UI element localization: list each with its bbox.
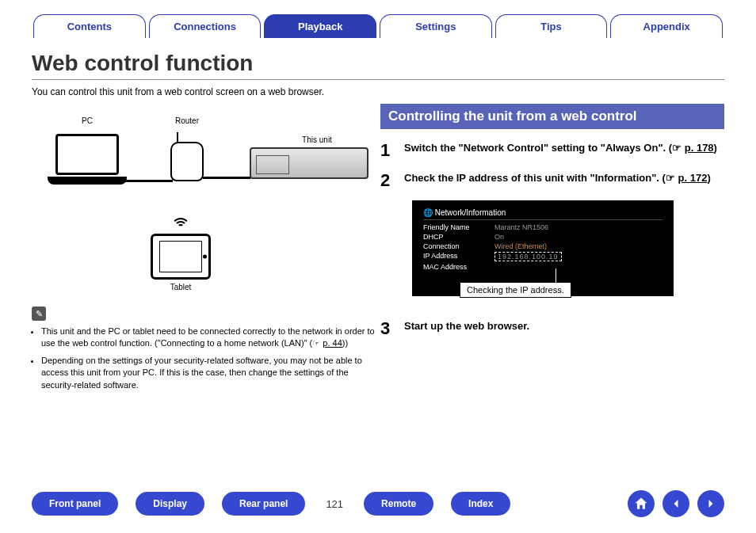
next-icon[interactable] bbox=[697, 490, 724, 517]
note-bullet-2: Depending on the settings of your securi… bbox=[41, 355, 380, 391]
link-p44[interactable]: p. 44 bbox=[323, 338, 342, 348]
tab-appendix[interactable]: Appendix bbox=[610, 14, 723, 38]
step-3: 3 Start up the web browser. bbox=[380, 318, 724, 339]
note-icon: ✎ bbox=[32, 306, 46, 321]
tab-playback[interactable]: Playback bbox=[264, 14, 376, 38]
note-bullets: This unit and the PC or tablet need to b… bbox=[41, 326, 380, 391]
info-panel-title: 🌐 Network/Information bbox=[423, 208, 662, 220]
btn-display[interactable]: Display bbox=[136, 492, 204, 516]
tab-contents[interactable]: Contents bbox=[33, 14, 146, 38]
page-number: 121 bbox=[326, 498, 343, 510]
link-p178[interactable]: p. 178 bbox=[685, 142, 714, 154]
ip-callout: Checking the IP address. bbox=[460, 282, 571, 298]
tablet-icon bbox=[151, 234, 211, 280]
section-header: Controlling the unit from a web control bbox=[380, 104, 724, 129]
unit-icon bbox=[250, 147, 368, 179]
router-icon bbox=[170, 134, 204, 181]
tablet-group: Tablet bbox=[151, 215, 211, 291]
tab-connections[interactable]: Connections bbox=[149, 14, 262, 38]
btn-rear-panel[interactable]: Rear panel bbox=[222, 492, 305, 516]
btn-remote[interactable]: Remote bbox=[364, 492, 433, 516]
tab-tips[interactable]: Tips bbox=[495, 14, 608, 38]
wifi-icon bbox=[170, 215, 192, 230]
link-p172[interactable]: p. 172 bbox=[678, 172, 708, 184]
btn-index[interactable]: Index bbox=[451, 492, 510, 516]
home-icon[interactable] bbox=[628, 490, 655, 517]
pc-label: PC bbox=[71, 116, 103, 125]
step-2: 2 Check the IP address of this unit with… bbox=[380, 170, 724, 191]
connection-diagram: PC Router This unit Tablet bbox=[32, 112, 380, 302]
info-panel: 🌐 Network/Information Friendly NameMaran… bbox=[412, 200, 674, 296]
tab-settings[interactable]: Settings bbox=[380, 14, 492, 38]
note-bullet-1: This unit and the PC or tablet need to b… bbox=[41, 326, 380, 350]
wire-router-unit bbox=[203, 177, 250, 179]
unit-label: This unit bbox=[293, 135, 341, 144]
btn-front-panel[interactable]: Front panel bbox=[32, 492, 118, 516]
prev-icon[interactable] bbox=[662, 490, 689, 517]
step-1: 1 Switch the "Network Control" setting t… bbox=[380, 140, 724, 161]
top-tabs: Contents Connections Playback Settings T… bbox=[0, 0, 756, 38]
pc-icon bbox=[48, 134, 127, 189]
router-label: Router bbox=[171, 116, 203, 125]
tablet-label: Tablet bbox=[151, 283, 211, 291]
page-title: Web control function bbox=[32, 51, 724, 80]
wire-pc-router bbox=[125, 180, 173, 182]
intro-text: You can control this unit from a web con… bbox=[32, 86, 724, 97]
bottom-nav: Front panel Display Rear panel 121 Remot… bbox=[0, 490, 756, 517]
